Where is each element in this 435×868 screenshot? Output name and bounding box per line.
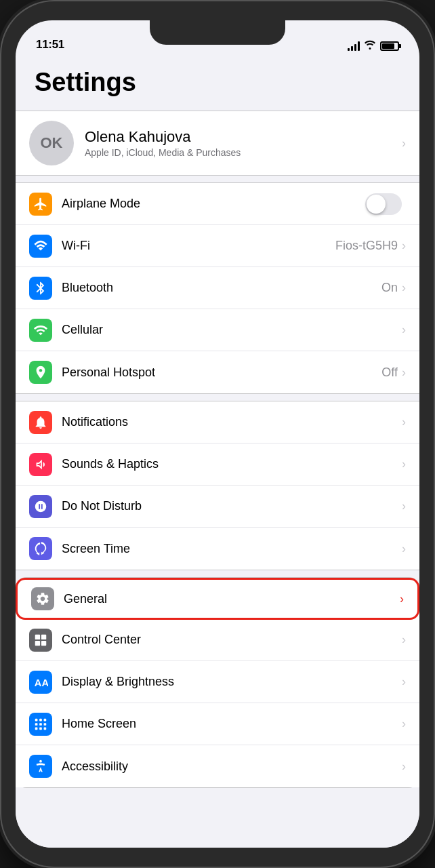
airplane-mode-label: Airplane Mode <box>62 197 365 211</box>
svg-rect-7 <box>44 718 47 721</box>
display-chevron: › <box>402 675 406 689</box>
notch <box>150 20 285 45</box>
general-label: General <box>64 592 400 606</box>
hotspot-value: Off <box>381 366 398 380</box>
accessibility-chevron: › <box>402 760 406 774</box>
svg-rect-10 <box>44 723 47 726</box>
avatar: OK <box>29 121 74 165</box>
airplane-mode-icon <box>29 193 52 216</box>
page-title: Settings <box>16 57 419 111</box>
accessibility-icon <box>29 755 52 778</box>
sounds-haptics-row[interactable]: Sounds & Haptics › <box>16 443 419 486</box>
dnd-chevron: › <box>402 499 406 513</box>
svg-text:AA: AA <box>35 677 48 688</box>
dnd-icon <box>29 495 52 518</box>
hotspot-icon <box>29 361 52 384</box>
svg-rect-5 <box>35 718 38 721</box>
home-screen-row[interactable]: Home Screen › <box>16 703 419 745</box>
screen: 11:51 <box>16 20 419 848</box>
wifi-icon <box>29 235 52 258</box>
wifi-label: Wi-Fi <box>62 239 335 253</box>
screen-time-icon <box>29 537 52 560</box>
profile-name: Olena Kahujova <box>85 128 402 146</box>
notifications-icon <box>29 411 52 434</box>
sounds-chevron: › <box>402 457 406 471</box>
svg-rect-8 <box>35 723 38 726</box>
scroll-content[interactable]: Settings OK Olena Kahujova Apple ID, iCl… <box>16 57 419 848</box>
notifications-label: Notifications <box>62 415 402 429</box>
airplane-mode-row[interactable]: Airplane Mode <box>16 183 419 225</box>
notifications-group: Notifications › Sounds & Haptics › <box>16 401 419 570</box>
cellular-row[interactable]: Cellular › <box>16 309 419 351</box>
bluetooth-chevron: › <box>402 281 406 295</box>
status-icons <box>348 40 399 52</box>
svg-rect-11 <box>35 727 38 730</box>
wifi-status-icon <box>364 40 376 52</box>
wifi-chevron: › <box>402 239 406 253</box>
control-center-row[interactable]: Control Center › <box>16 619 419 661</box>
svg-rect-6 <box>39 718 42 721</box>
general-row[interactable]: General › <box>16 578 419 620</box>
svg-rect-13 <box>44 727 47 730</box>
connectivity-group: Airplane Mode Wi-Fi Fios-tG5H9 › <box>16 182 419 394</box>
cellular-chevron: › <box>402 323 406 337</box>
do-not-disturb-row[interactable]: Do Not Disturb › <box>16 486 419 528</box>
phone-frame: 11:51 <box>0 0 435 868</box>
bluetooth-row[interactable]: Bluetooth On › <box>16 267 419 309</box>
airplane-mode-toggle[interactable] <box>365 193 402 215</box>
personal-hotspot-row[interactable]: Personal Hotspot Off › <box>16 351 419 393</box>
profile-subtitle: Apple ID, iCloud, Media & Purchases <box>85 147 402 158</box>
sounds-label: Sounds & Haptics <box>62 457 402 471</box>
screen-time-row[interactable]: Screen Time › <box>16 528 419 570</box>
screen-time-chevron: › <box>402 542 406 556</box>
home-screen-chevron: › <box>402 717 406 731</box>
signal-icon <box>348 41 360 51</box>
system-group: General › Control Center › AA Displ <box>16 577 419 788</box>
dnd-label: Do Not Disturb <box>62 499 402 513</box>
cellular-icon <box>29 319 52 342</box>
wifi-value: Fios-tG5H9 <box>335 239 398 253</box>
notifications-row[interactable]: Notifications › <box>16 401 419 443</box>
profile-info: Olena Kahujova Apple ID, iCloud, Media &… <box>85 128 402 158</box>
home-screen-icon <box>29 713 52 736</box>
display-brightness-row[interactable]: AA Display & Brightness › <box>16 661 419 703</box>
battery-icon <box>380 41 399 51</box>
svg-rect-0 <box>35 634 40 639</box>
bluetooth-value: On <box>381 281 398 295</box>
svg-rect-9 <box>39 723 42 726</box>
svg-rect-2 <box>35 640 40 645</box>
screen-time-label: Screen Time <box>62 542 402 556</box>
sounds-icon <box>29 453 52 476</box>
bluetooth-label: Bluetooth <box>62 281 381 295</box>
display-label: Display & Brightness <box>62 675 402 689</box>
svg-rect-12 <box>39 727 42 730</box>
svg-rect-1 <box>41 634 46 639</box>
wifi-row[interactable]: Wi-Fi Fios-tG5H9 › <box>16 225 419 267</box>
profile-chevron: › <box>402 136 406 151</box>
cellular-label: Cellular <box>62 323 402 337</box>
control-center-chevron: › <box>402 633 406 647</box>
control-center-icon <box>29 629 52 652</box>
status-time: 11:51 <box>36 38 64 52</box>
profile-group: OK Olena Kahujova Apple ID, iCloud, Medi… <box>16 111 419 176</box>
general-icon <box>31 587 54 610</box>
notifications-chevron: › <box>402 415 406 429</box>
profile-row[interactable]: OK Olena Kahujova Apple ID, iCloud, Medi… <box>16 111 419 175</box>
hotspot-label: Personal Hotspot <box>62 366 381 380</box>
home-screen-label: Home Screen <box>62 717 402 731</box>
svg-point-14 <box>39 760 42 763</box>
svg-rect-3 <box>41 640 46 645</box>
display-icon: AA <box>29 671 52 694</box>
hotspot-chevron: › <box>402 366 406 380</box>
accessibility-label: Accessibility <box>62 760 402 774</box>
accessibility-row[interactable]: Accessibility › <box>16 745 419 787</box>
general-chevron: › <box>400 592 404 606</box>
control-center-label: Control Center <box>62 633 402 647</box>
bluetooth-icon <box>29 277 52 300</box>
